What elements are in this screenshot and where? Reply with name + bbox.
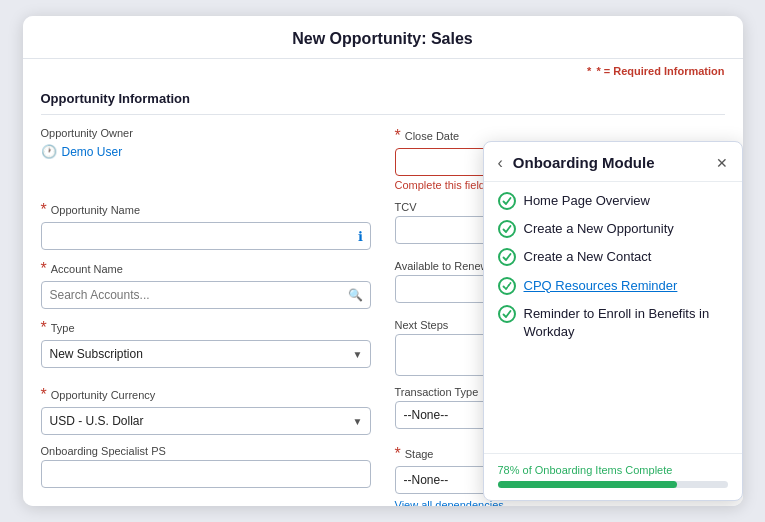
check-complete-icon	[498, 305, 516, 323]
panel-footer: 78% of Onboarding Items Complete	[484, 453, 742, 500]
close-date-required-star: *	[395, 127, 401, 145]
field-opportunity-name: * Opportunity Name ℹ	[41, 201, 371, 250]
field-onboarding-specialist: Onboarding Specialist PS	[41, 445, 371, 506]
panel-item-label: Reminder to Enroll in Benefits in Workda…	[524, 305, 728, 341]
panel-title: Onboarding Module	[513, 154, 710, 171]
label-onboarding-specialist: Onboarding Specialist PS	[41, 445, 371, 457]
panel-items: Home Page Overview Create a New Opportun…	[484, 182, 742, 453]
main-container: New Opportunity: Sales * * = Required In…	[23, 16, 743, 506]
owner-row: 🕐 Demo User	[41, 142, 371, 161]
stage-required-star: *	[395, 445, 401, 463]
panel-item-label: Create a New Opportunity	[524, 220, 674, 238]
currency-select-wrapper: USD - U.S. Dollar ▼	[41, 407, 371, 435]
account-search-input[interactable]	[41, 281, 371, 309]
section-header: Opportunity Information	[41, 81, 725, 115]
label-stage: Stage	[405, 448, 434, 460]
check-complete-icon	[498, 192, 516, 210]
check-complete-icon	[498, 248, 516, 266]
progress-label: 78% of Onboarding Items Complete	[498, 464, 728, 476]
onboarding-panel: ‹ Onboarding Module ✕ Home Page Overview	[483, 141, 743, 501]
list-item: Reminder to Enroll in Benefits in Workda…	[498, 305, 728, 341]
panel-item-label: Home Page Overview	[524, 192, 650, 210]
info-icon[interactable]: ℹ	[358, 229, 363, 244]
required-star: *	[587, 65, 591, 77]
type-required-star: *	[41, 319, 47, 337]
account-name-required-star: *	[41, 260, 47, 278]
search-icon: 🔍	[348, 288, 363, 302]
currency-select[interactable]: USD - U.S. Dollar	[41, 407, 371, 435]
progress-bar-fill	[498, 481, 677, 488]
field-type: * Type New Subscription ▼	[41, 319, 371, 376]
currency-label-row: * Opportunity Currency	[41, 386, 371, 404]
opp-name-required-star: *	[41, 201, 47, 219]
check-complete-icon	[498, 220, 516, 238]
opp-name-label-row: * Opportunity Name	[41, 201, 371, 219]
owner-name: Demo User	[62, 145, 123, 159]
list-item: CPQ Resources Reminder	[498, 277, 728, 295]
field-account-name: * Account Name 🔍	[41, 260, 371, 309]
label-account-name: Account Name	[51, 263, 123, 275]
panel-item-label-link[interactable]: CPQ Resources Reminder	[524, 277, 678, 295]
progress-bar-background	[498, 481, 728, 488]
check-partial-icon	[498, 277, 516, 295]
type-select-wrapper: New Subscription ▼	[41, 340, 371, 368]
page-title: New Opportunity: Sales	[23, 16, 743, 59]
currency-required-star: *	[41, 386, 47, 404]
account-search-wrapper: 🔍	[41, 281, 371, 309]
opp-name-wrapper: ℹ	[41, 222, 371, 250]
type-select[interactable]: New Subscription	[41, 340, 371, 368]
list-item: Create a New Contact	[498, 248, 728, 266]
list-item: Home Page Overview	[498, 192, 728, 210]
panel-item-label: Create a New Contact	[524, 248, 652, 266]
account-name-label-row: * Account Name	[41, 260, 371, 278]
required-info: * * = Required Information	[23, 59, 743, 81]
label-close-date: Close Date	[405, 130, 459, 142]
form-area: Opportunity Information Opportunity Owne…	[23, 81, 743, 506]
onboarding-specialist-input[interactable]	[41, 460, 371, 488]
opportunity-name-input[interactable]	[41, 222, 371, 250]
label-type: Type	[51, 322, 75, 334]
list-item: Create a New Opportunity	[498, 220, 728, 238]
type-label-row: * Type	[41, 319, 371, 337]
label-opportunity-currency: Opportunity Currency	[51, 389, 156, 401]
panel-back-button[interactable]: ‹	[498, 155, 507, 171]
panel-close-button[interactable]: ✕	[716, 156, 728, 170]
field-opportunity-owner: Opportunity Owner 🕐 Demo User	[41, 127, 371, 191]
label-opportunity-name: Opportunity Name	[51, 204, 140, 216]
field-opportunity-currency: * Opportunity Currency USD - U.S. Dollar…	[41, 386, 371, 435]
panel-header: ‹ Onboarding Module ✕	[484, 142, 742, 182]
user-icon: 🕐	[41, 144, 57, 159]
label-opportunity-owner: Opportunity Owner	[41, 127, 371, 139]
